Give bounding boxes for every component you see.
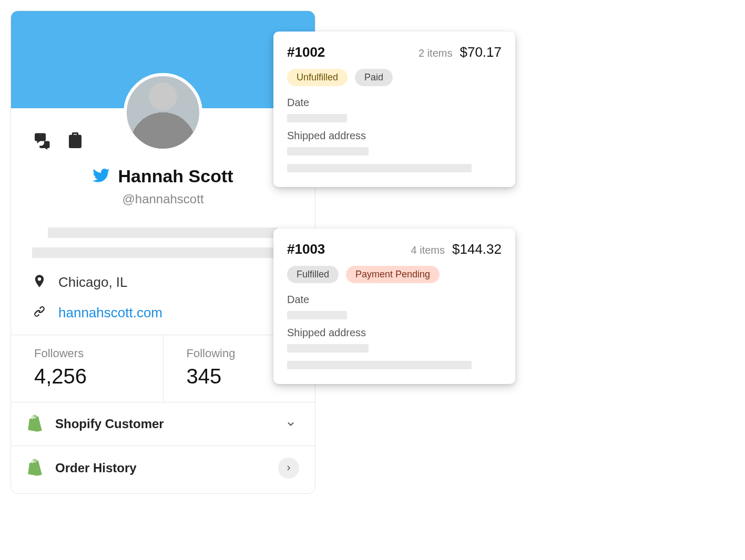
address-placeholder xyxy=(287,147,369,155)
order-item-count: 2 items xyxy=(419,47,452,59)
address-placeholder xyxy=(287,164,472,172)
order-history-row[interactable]: Order History xyxy=(11,446,315,490)
chevron-down-icon xyxy=(282,416,299,432)
order-id: #1002 xyxy=(287,44,325,60)
order-history-label: Order History xyxy=(55,461,137,475)
display-name: Hannah Scott xyxy=(118,166,233,186)
shipped-address-label: Shipped address xyxy=(287,130,502,142)
order-total: $144.32 xyxy=(452,241,502,257)
followers-label: Followers xyxy=(34,347,163,360)
order-id: #1003 xyxy=(287,241,325,257)
handle: @hannahscott xyxy=(11,192,315,206)
followers-count: 4,256 xyxy=(34,365,163,388)
fulfillment-badge: Fulfilled xyxy=(287,266,339,283)
location-text: Chicago, IL xyxy=(58,274,128,291)
date-label: Date xyxy=(287,294,502,306)
order-item-count: 4 items xyxy=(411,244,445,256)
payment-badge: Paid xyxy=(355,69,393,86)
fulfillment-badge: Unfulfilled xyxy=(287,69,348,86)
website-row[interactable]: hannahscott.com xyxy=(32,304,294,321)
location-row: Chicago, IL xyxy=(32,274,294,291)
avatar[interactable] xyxy=(124,73,202,152)
clipboard-icon[interactable] xyxy=(66,131,85,152)
twitter-icon xyxy=(93,167,110,186)
bio-placeholder xyxy=(32,227,294,258)
shopify-customer-label: Shopify Customer xyxy=(55,417,164,431)
shopify-icon xyxy=(27,458,45,478)
profile-card: Hannah Scott @hannahscott Chicago, IL ha… xyxy=(11,11,315,494)
link-icon xyxy=(32,304,47,321)
date-label: Date xyxy=(287,97,502,109)
shipped-address-label: Shipped address xyxy=(287,327,502,339)
date-placeholder xyxy=(287,114,347,122)
followers-stat[interactable]: Followers 4,256 xyxy=(11,335,163,402)
chat-icon[interactable] xyxy=(33,131,52,152)
shopify-customer-row[interactable]: Shopify Customer xyxy=(11,402,315,446)
chevron-right-icon[interactable] xyxy=(278,458,299,479)
stats-row: Followers 4,256 Following 345 xyxy=(11,335,315,402)
website-link[interactable]: hannahscott.com xyxy=(58,305,162,321)
address-placeholder xyxy=(287,344,369,352)
order-card[interactable]: #1002 2 items $70.17 Unfulfilled Paid Da… xyxy=(273,32,515,187)
date-placeholder xyxy=(287,311,347,319)
order-card[interactable]: #1003 4 items $144.32 Fulfilled Payment … xyxy=(273,229,515,384)
address-placeholder xyxy=(287,361,472,369)
location-pin-icon xyxy=(32,274,47,291)
shopify-icon xyxy=(27,414,45,434)
payment-badge: Payment Pending xyxy=(346,266,440,283)
order-total: $70.17 xyxy=(460,44,502,60)
